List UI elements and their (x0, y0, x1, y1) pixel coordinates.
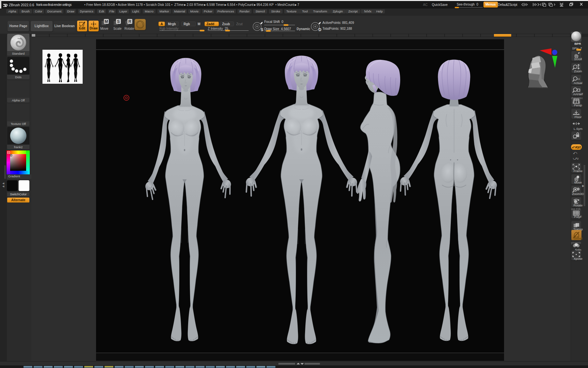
svg-text:S: S (117, 19, 120, 24)
svg-text:M: M (105, 19, 108, 24)
svg-text:D: D (318, 27, 321, 32)
svg-text:x1: x1 (577, 78, 580, 80)
svg-text:S: S (261, 27, 263, 32)
svg-text:R: R (128, 19, 131, 24)
